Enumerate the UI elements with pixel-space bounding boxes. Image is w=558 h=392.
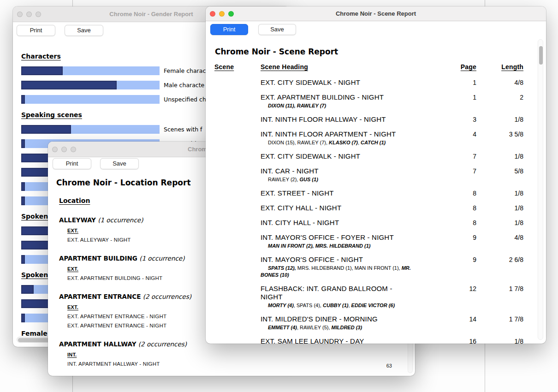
save-button[interactable]: Save: [258, 24, 296, 35]
scene-heading-cell: EXT. CITY HALL - NIGHT: [261, 204, 413, 212]
cast-segment: , RAWLEY (5),: [297, 325, 332, 330]
bar-fill: [21, 196, 25, 205]
scene-heading-text: EXT. CITY HALL - NIGHT: [261, 204, 413, 212]
scrollbar-thumb[interactable]: [539, 46, 543, 65]
length-cell: 1 7/8: [476, 285, 523, 309]
length-cell: 3 5/8: [476, 130, 523, 146]
print-button[interactable]: Print: [17, 25, 55, 36]
scene-heading-cell: EXT. APARTMENT BUILDING - NIGHTDIXON (11…: [261, 93, 413, 109]
scene-heading-text: EXT. CITY SIDEWALK - NIGHT: [261, 152, 413, 160]
location-scene-line: INT. APARTMENT HALLWAY - NIGHT: [67, 361, 397, 367]
bar-fill: [21, 139, 25, 148]
scene-number-cell: [214, 315, 261, 331]
length-cell: 1/8: [476, 219, 523, 227]
scene-number-cell: [214, 219, 261, 227]
scene-heading-text: FLASHBACK: INT. GRAND BALLROOM - NIGHT: [261, 285, 413, 301]
scene-number-cell: [214, 255, 261, 279]
bar-fill: [21, 95, 25, 104]
page-cell: 9: [413, 255, 476, 279]
table-row: INT. MAYOR'S OFFICE - NIGHTSPATS (12), M…: [206, 255, 535, 279]
print-button[interactable]: Print: [53, 158, 91, 169]
length-cell: 4/8: [476, 233, 523, 249]
scene-heading-text: EXT. APARTMENT BUILDING - NIGHT: [261, 93, 413, 101]
location-occurrence-count: (1 occurrence): [137, 255, 185, 262]
bar-track: [21, 81, 160, 89]
scene-heading-cell: INT. MAYOR'S OFFICE - NIGHTSPATS (12), M…: [261, 255, 413, 279]
length-cell: 5/8: [476, 167, 523, 183]
page-cell: 14: [413, 315, 476, 331]
location-name: APARTMENT ENTRANCE: [59, 293, 141, 300]
scene-number-cell: [214, 189, 261, 197]
scene-number-cell: [214, 285, 261, 309]
print-button[interactable]: Print: [210, 24, 248, 35]
scene-heading-cell: EXT. SAM LEE LAUNDRY - DAY: [261, 337, 413, 344]
table-row: EXT. SAM LEE LAUNDRY - DAY161/8: [206, 337, 535, 344]
length-cell: 2 6/8: [476, 255, 523, 279]
scene-heading-cell: INT. CITY HALL - NIGHT: [261, 219, 413, 227]
vertical-scrollbar[interactable]: [538, 39, 543, 340]
scene-heading-text: INT. MAYOR'S OFFICE - NIGHT: [261, 255, 413, 264]
scene-heading-text: INT. MILDRED'S DINER - MORNING: [261, 315, 413, 323]
table-row: EXT. CITY HALL - NIGHT81/8: [206, 204, 535, 212]
cast-segment: CUBBY (1): [323, 303, 348, 308]
cast-segment: , SPATS (4),: [294, 303, 323, 308]
bar-fill: [21, 182, 25, 191]
scene-heading-text: INT. CITY HALL - NIGHT: [261, 219, 413, 227]
page-cell: 1: [413, 93, 476, 109]
length-cell: 1 7/8: [476, 315, 523, 331]
bar-track: [21, 125, 160, 134]
scene-cast-list: RAWLEY (2), GUS (1): [261, 176, 413, 183]
table-row: INT. CITY HALL - NIGHT81/8: [206, 219, 535, 227]
bar-fill: [21, 285, 34, 294]
cast-segment: CATCH (1): [361, 140, 386, 145]
cast-segment: EDDIE VICTOR (6): [351, 303, 395, 308]
table-row: INT. NINTH FLOOR APARTMENT - NIGHTDIXON …: [206, 130, 535, 146]
cast-segment: KLASKO (7): [329, 140, 358, 145]
location-entry: APARTMENT HALLWAY (2 occurrences)INT.INT…: [59, 340, 397, 367]
location-page-title: Chrome Noir - Location Report: [56, 178, 191, 187]
scene-heading-text: INT. NINTH FLOOR APARTMENT - NIGHT: [261, 130, 413, 138]
save-button[interactable]: Save: [100, 158, 139, 169]
scene-cast-list: DIXON (15), RAWLEY (7), KLASKO (7), CATC…: [261, 139, 413, 146]
cast-segment: DIXON (11), RAWLEY (7): [268, 103, 326, 108]
bar-fill: [21, 314, 25, 322]
page-cell: 3: [413, 115, 476, 124]
bar-fill: [21, 125, 71, 134]
column-header-page: Page: [413, 63, 476, 71]
table-row: EXT. APARTMENT BUILDING - NIGHTDIXON (11…: [206, 93, 535, 109]
table-row: INT. MAYOR'S OFFICE - FOYER - NIGHTMAN I…: [206, 233, 535, 249]
scene-number-cell: [214, 204, 261, 212]
cast-segment: MILDRED (3): [332, 325, 362, 330]
location-name: APARTMENT BUILDING: [59, 255, 137, 262]
page-cell: 7: [413, 152, 476, 160]
scene-report-window: Chrome Noir - Scene Report Print Save Ch…: [206, 6, 546, 344]
scene-cast-list: MORTY (4), SPATS (4), CUBBY (1), EDDIE V…: [261, 302, 413, 309]
bar-fill: [21, 66, 63, 75]
table-row: FLASHBACK: INT. GRAND BALLROOM - NIGHTMO…: [206, 285, 535, 309]
page-cell: 8: [413, 219, 476, 227]
cast-segment: EMMETT (4): [268, 325, 297, 330]
location-name: ALLEYWAY: [59, 216, 96, 224]
table-row: INT. MILDRED'S DINER - MORNINGEMMETT (4)…: [206, 315, 535, 331]
location-type-label: INT.: [67, 352, 397, 358]
scene-number-cell: [214, 233, 261, 249]
scene-window-titlebar[interactable]: Chrome Noir - Scene Report: [206, 6, 546, 21]
length-cell: 1/8: [476, 115, 523, 124]
scene-cast-list: MAN IN FRONT (2), MRS. HILDEBRAND (1): [261, 243, 413, 249]
location-occurrence-count: (2 occurrences): [137, 340, 187, 348]
length-cell: 1/8: [476, 204, 523, 212]
cast-segment: RAWLEY (2),: [268, 177, 299, 182]
cast-segment: DIXON (15), RAWLEY (7),: [268, 140, 329, 145]
cast-segment: GUS (1): [299, 177, 318, 182]
scene-heading-cell: EXT. CITY SIDEWALK - NIGHT: [261, 78, 413, 87]
scene-heading-cell: INT. MAYOR'S OFFICE - FOYER - NIGHTMAN I…: [261, 233, 413, 249]
scene-heading-cell: INT. NINTH FLOOR HALLWAY - NIGHT: [261, 115, 413, 124]
page-cell: 16: [413, 337, 476, 344]
bar-track: [21, 66, 160, 75]
bar-label: Unspecified ch: [164, 96, 206, 103]
table-row: INT. NINTH FLOOR HALLWAY - NIGHT31/8: [206, 115, 535, 124]
length-cell: 1/8: [476, 189, 523, 197]
page-cell: 1: [413, 78, 476, 87]
save-button[interactable]: Save: [65, 25, 103, 36]
length-cell: 4/8: [476, 78, 523, 87]
